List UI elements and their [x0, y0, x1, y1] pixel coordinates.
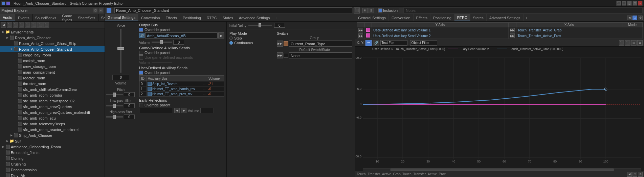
hp-value[interactable]: 0 [124, 115, 135, 119]
graph-tool-3[interactable]: ⊞ [631, 40, 637, 46]
tree-item-decompression[interactable]: ⬛ Decompression [0, 167, 105, 173]
graph-footer-btn-2[interactable]: □ [632, 172, 637, 177]
early-ref-override-cb[interactable] [139, 103, 143, 107]
tree-item-cockpit[interactable]: ⬛ cockpit_room [0, 58, 105, 64]
subtab-positioning-left[interactable]: Positioning [180, 14, 204, 21]
expand-btn[interactable]: ⬛ [354, 7, 360, 14]
tree-item-main-compartment[interactable]: ⬛ main_compartment [0, 69, 105, 75]
tree-item-sfx-crewquarters[interactable]: ⬛ sfx_amb_room_crewQuarters [0, 104, 105, 109]
toolbar-btn-6[interactable]: ⬛ [31, 22, 37, 28]
subtab-rtpc-left[interactable]: RTPC [204, 14, 220, 21]
play-mode-continuous-radio[interactable] [229, 41, 233, 45]
tree-item-thruster-room[interactable]: ⬛ thruster_room [0, 81, 105, 86]
graph-tool-4[interactable]: ⚙ [637, 40, 643, 46]
panel-settings-btn[interactable]: ⚙ [638, 16, 643, 20]
subtab-states-left[interactable]: States [220, 14, 236, 21]
toolbar-btn-5[interactable]: ⬛ [25, 22, 30, 28]
game-aux-override-cb[interactable] [139, 51, 143, 55]
m-button[interactable]: M [362, 8, 368, 13]
toolbar-btn-8[interactable]: ⬛ [43, 22, 49, 28]
subtab-advanced-left[interactable]: Advanced Settings [236, 14, 273, 21]
early-ref-btn-2[interactable]: ▶ [181, 108, 186, 113]
rtpc-y-param-0[interactable]: User-Defined Auxiliary Send Volume 1 [372, 27, 509, 33]
bus-browse-btn[interactable]: ▶ [218, 32, 224, 39]
rtpc-x-param-0[interactable]: Touch_Transfer_Active_Grab [516, 27, 622, 33]
lp-value[interactable]: 0 [124, 103, 135, 108]
panel-restore-btn[interactable]: ◻ [93, 8, 98, 13]
tree-item-sfx-reactor-mackerel[interactable]: ⬛ sfx_amb_room_reactor_mackerel [0, 127, 105, 132]
tree-item-suit[interactable]: ▶ 📁 Suit [0, 138, 105, 144]
subtab-effects-right[interactable]: Effects [414, 14, 430, 21]
project-tree[interactable]: ▶ 📁 Environments ▶ ⬛ Room_Amb_Chooser ⬛ … [0, 28, 105, 177]
curve-type-btn-1[interactable]: 〜 [365, 40, 372, 46]
graph-tool-1[interactable]: ⬛ [619, 40, 624, 46]
aux-row-1[interactable]: 1 Helmet_TT_amb_hands_rcv ··· [140, 86, 224, 92]
voice-volume-display[interactable]: 0 [112, 75, 129, 80]
tree-item-dirty-air[interactable]: ⬛ Dirty_Air [0, 173, 105, 177]
tab-soundbanks[interactable]: SoundBanks [32, 14, 59, 21]
hp-slider[interactable] [113, 115, 116, 119]
graph-tool-2[interactable]: ⬛ [625, 40, 630, 46]
tree-item-standard[interactable]: ▼ ⬛ Room_Amb_Chooser_Standard [0, 46, 105, 52]
output-bus-volume[interactable]: 0 [173, 40, 184, 45]
tab-audio[interactable]: Audio [0, 14, 15, 21]
graph-footer-btn-1[interactable]: ◀ [627, 172, 632, 177]
aux-row-2[interactable]: 2 Helmet_TT_amb_prox_rcv ··· [140, 92, 224, 97]
toolbar-btn-3[interactable]: ⬛ [13, 22, 18, 28]
tree-item-cloning[interactable]: ⬛ Cloning [0, 155, 105, 161]
tree-item-reactor-room[interactable]: ⬛ reactor_room [0, 75, 105, 81]
subtab-advanced-right[interactable]: Advanced Settings [487, 14, 524, 21]
inclusion-checkbox[interactable] [378, 8, 382, 12]
toolbar-btn-7[interactable]: ⬛ [37, 22, 43, 28]
tab-events[interactable]: Events [15, 14, 32, 21]
window-icon-1[interactable]: ⬛ [616, 1, 621, 6]
game-aux-use-cb[interactable] [139, 55, 143, 59]
output-bus-volume-slider[interactable] [160, 40, 163, 44]
toolbar-btn-2[interactable]: ⬛ [7, 22, 12, 28]
default-switch-value[interactable]: None [289, 52, 352, 58]
tree-item-sfx-corridor[interactable]: ⬛ sfx_amb_room_corridor [0, 92, 105, 98]
tree-item-breakable-joints[interactable]: ⬛ Breakable_Joints [0, 150, 105, 155]
rtpc-y-param-1[interactable]: User-Defined Auxiliary Send Volume 2 [372, 33, 509, 39]
tree-item-room-amb-chooser[interactable]: ▶ ⬛ Room_Amb_Chooser [0, 35, 105, 41]
rtpc-x-expand-0[interactable]: ▶▶ [510, 28, 515, 32]
minimize-button[interactable]: _ [627, 1, 632, 6]
tree-item-sfx-crawlspace[interactable]: ⬛ sfx_amb_room_crawlspace_02 [0, 98, 105, 104]
graph-scrollbar-h[interactable] [363, 168, 641, 171]
subtab-positioning-right[interactable]: Positioning [430, 14, 454, 21]
tree-item-crew-storage[interactable]: ⬛ crew_storage_room [0, 64, 105, 69]
subtab-effects-left[interactable]: Effects [163, 14, 180, 21]
tree-item-sfx-ecu[interactable]: ⬛ sfx_amb_room_ecu [0, 115, 105, 121]
graph-footer-btn-3[interactable]: ⚙ [638, 172, 643, 177]
subtab-add-right[interactable]: + [524, 14, 530, 21]
subtab-general-settings-left[interactable]: General Settings [105, 14, 138, 21]
close-button[interactable]: × [638, 1, 643, 6]
tree-item-ghost-ship[interactable]: ⬛ Room_Amb_Chooser_Ghost_Ship [0, 41, 105, 46]
tree-item-ambience-onboarding[interactable]: ▶ ⬛ Ambience_Onboarding_Room [0, 144, 105, 150]
play-mode-step-radio[interactable] [229, 36, 233, 40]
tab-sharesets[interactable]: ShareSets [75, 14, 98, 21]
early-ref-btn-1[interactable]: ◀ [174, 108, 180, 113]
tree-item-sfx-comms[interactable]: ⬛ sfx_amb_oldBrokenCommsGear [0, 86, 105, 92]
user-aux-override-cb[interactable] [139, 71, 143, 75]
subtab-states-right[interactable]: States [470, 14, 487, 21]
curve-type-btn-2[interactable]: 🔗 [373, 40, 379, 46]
default-navigate-btn[interactable]: ▶▶ [277, 52, 283, 58]
rtpc-x-param-1[interactable]: Touch_Transfer_Active_Prox [516, 33, 622, 39]
panel-expand-btn[interactable]: □ [632, 16, 637, 20]
subtab-conversion-left[interactable]: Conversion [138, 14, 163, 21]
rtpc-expand-1[interactable]: ▶▶ [358, 33, 363, 38]
toolbar-btn-4[interactable]: ⬛ [19, 22, 24, 28]
tab-gamesyncs[interactable]: Game Syncs [59, 14, 75, 21]
subtab-conversion-right[interactable]: Conversion [389, 14, 414, 21]
s-button[interactable]: S [369, 8, 374, 13]
rtpc-row-1[interactable]: ▶▶ User-Defined Auxiliary Send Volume 2 … [357, 33, 643, 39]
maximize-button[interactable]: □ [632, 1, 637, 6]
aux-row-0[interactable]: 0 Ship_Int_Reverb ··· [140, 81, 224, 86]
tree-item-cargo[interactable]: ⬛ cargo_bay_room [0, 52, 105, 58]
subtab-general-settings-right[interactable]: General Settings [355, 14, 389, 21]
object-name-input[interactable] [114, 7, 352, 13]
initial-delay-slider[interactable] [259, 23, 261, 27]
rtpc-expand-0[interactable]: ▶▶ [358, 28, 363, 32]
pitch-slider[interactable] [113, 93, 116, 97]
